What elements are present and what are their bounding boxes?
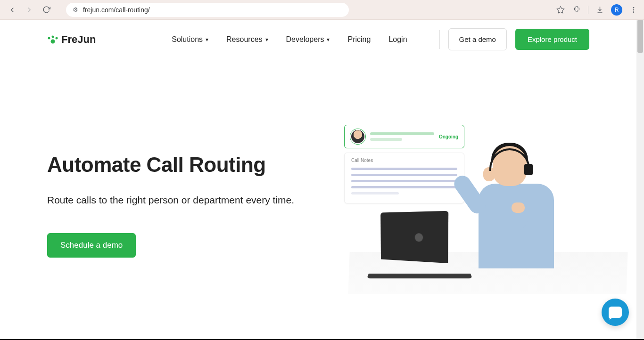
- nav-solutions[interactable]: Solutions ▾: [172, 35, 208, 44]
- extensions-icon[interactable]: [572, 5, 581, 15]
- nav-pricing[interactable]: Pricing: [347, 35, 371, 44]
- menu-icon[interactable]: [629, 5, 638, 15]
- svg-point-4: [48, 37, 50, 39]
- svg-point-6: [56, 37, 58, 39]
- logo-icon: [47, 35, 58, 44]
- bookmark-icon[interactable]: [556, 5, 565, 15]
- download-icon[interactable]: [595, 5, 604, 15]
- logo-text: FreJun: [61, 33, 96, 46]
- profile-avatar[interactable]: R: [611, 4, 622, 16]
- placeholder-line: [370, 138, 402, 141]
- site-header: FreJun Solutions ▾ Resources ▾ Developer…: [0, 20, 636, 59]
- svg-point-7: [51, 39, 55, 43]
- chat-icon: [609, 307, 622, 318]
- scrollbar[interactable]: [636, 20, 644, 339]
- chevron-down-icon: ▾: [206, 36, 208, 43]
- svg-point-3: [633, 11, 635, 13]
- hero-text: Automate Call Routing Route calls to the…: [47, 125, 325, 258]
- explore-product-button[interactable]: Explore product: [515, 29, 589, 50]
- person-illustration: [434, 125, 589, 294]
- placeholder-line: [370, 132, 434, 135]
- logo[interactable]: FreJun: [47, 33, 96, 46]
- back-button[interactable]: [6, 3, 19, 16]
- nav-login[interactable]: Login: [388, 35, 407, 44]
- caller-avatar: [350, 129, 365, 144]
- page-content: FreJun Solutions ▾ Resources ▾ Developer…: [0, 20, 636, 339]
- schedule-demo-button[interactable]: Schedule a demo: [47, 233, 136, 258]
- hero-title: Automate Call Routing: [47, 153, 325, 177]
- laptop-illustration: [368, 212, 471, 280]
- url-text: frejun.com/call-routing/: [83, 6, 150, 14]
- svg-point-1: [633, 7, 635, 8]
- forward-button[interactable]: [23, 3, 36, 16]
- hero-illustration: Ongoing Call Notes: [344, 125, 589, 294]
- site-settings-icon[interactable]: ⚙: [72, 6, 79, 14]
- nav-divider: [439, 30, 440, 49]
- toolbar-divider: [588, 6, 588, 14]
- hero-subtitle: Route calls to the right person or depar…: [47, 194, 325, 206]
- hero-section: Automate Call Routing Route calls to the…: [0, 59, 636, 294]
- get-demo-button[interactable]: Get a demo: [448, 28, 507, 50]
- browser-toolbar: ⚙ frejun.com/call-routing/ R: [0, 0, 644, 20]
- chevron-down-icon: ▾: [265, 36, 268, 43]
- address-bar[interactable]: ⚙ frejun.com/call-routing/: [66, 3, 349, 17]
- placeholder-line: [351, 192, 399, 194]
- nav-developers[interactable]: Developers ▾: [286, 35, 330, 44]
- scrollbar-thumb[interactable]: [637, 20, 643, 53]
- chat-widget[interactable]: [602, 299, 629, 326]
- nav-resources[interactable]: Resources ▾: [226, 35, 268, 44]
- svg-marker-0: [557, 6, 564, 13]
- chevron-down-icon: ▾: [327, 36, 330, 43]
- svg-point-5: [52, 35, 54, 38]
- main-nav: Solutions ▾ Resources ▾ Developers ▾ Pri…: [172, 28, 589, 50]
- svg-point-2: [633, 9, 635, 10]
- reload-button[interactable]: [40, 3, 53, 16]
